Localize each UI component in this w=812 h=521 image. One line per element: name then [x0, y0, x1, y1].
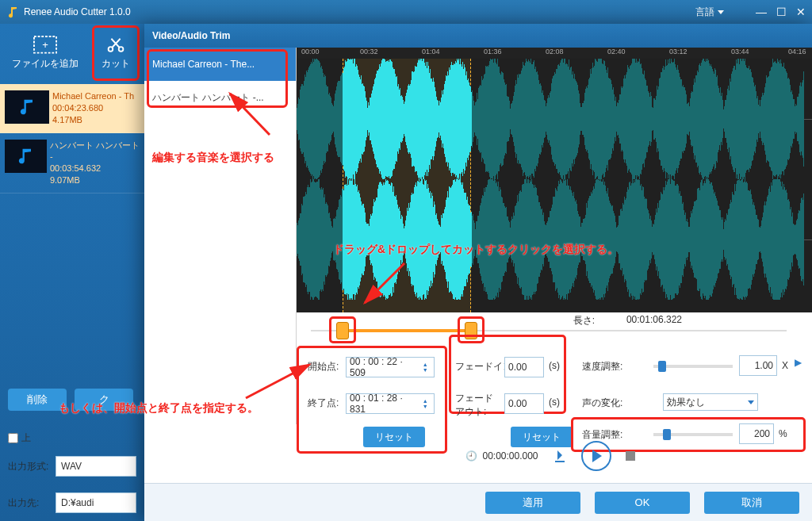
- delete-button[interactable]: 削除: [8, 389, 67, 411]
- voice-label: 声の変化:: [582, 396, 622, 410]
- filmstrip-plus-icon: +: [33, 36, 57, 55]
- ruler-tick: 01:36: [484, 48, 502, 56]
- cut-button[interactable]: カット: [92, 25, 140, 81]
- file-list: Michael Carreon - Th 00:04:23.680 4.17MB…: [0, 84, 144, 193]
- stop-button[interactable]: [626, 451, 635, 461]
- playback-bar: 🕘00:00:00.000: [297, 435, 804, 477]
- file-duration: 00:03:54.632: [50, 163, 140, 174]
- file-item[interactable]: Michael Carreon - Th 00:04:23.680 4.17MB: [0, 84, 144, 133]
- play-position: 00:00:00.000: [482, 450, 538, 462]
- file-name: Michael Carreon - Th: [52, 90, 134, 102]
- clock-icon: 🕘: [465, 450, 477, 462]
- file-thumb-icon: [5, 140, 47, 173]
- spin-up-icon[interactable]: ▲: [419, 362, 431, 367]
- ruler-tick: 01:04: [422, 48, 440, 56]
- file-size: 9.07MB: [50, 174, 140, 186]
- track-item[interactable]: ハンバート ハンバート -...: [144, 81, 296, 114]
- waveform-area[interactable]: 00:00 00:32 01:04 01:36 02:08 02:40 03:1…: [297, 48, 812, 312]
- ruler-tick: 00:00: [301, 48, 320, 56]
- mark-in-icon[interactable]: [553, 449, 567, 463]
- trim-handle-end[interactable]: [465, 322, 477, 339]
- time-ruler: 00:00 00:32 01:04 01:36 02:08 02:40 03:1…: [297, 48, 812, 59]
- ruler-tick: 00:32: [360, 48, 378, 56]
- spin-up-icon[interactable]: ▲: [419, 398, 431, 404]
- speed-play-icon[interactable]: ▶: [795, 357, 802, 368]
- track-list: Michael Carreon - The... ハンバート ハンバート -..…: [144, 48, 297, 424]
- ruler-tick: 04:16: [788, 48, 806, 56]
- spin-down-icon[interactable]: ▼: [419, 367, 431, 373]
- seconds-label: (s): [549, 360, 560, 371]
- ruler-tick: 03:12: [669, 48, 688, 56]
- output-dest-field[interactable]: D:¥audi: [56, 492, 136, 513]
- speed-value-input[interactable]: 1.00: [739, 355, 777, 376]
- output-dest-label: 出力先:: [8, 496, 56, 510]
- left-panel: + ファイルを追加 カット Michael Carreon - Th 00:04…: [0, 24, 144, 521]
- close-button[interactable]: ✕: [796, 6, 806, 18]
- language-label: 言語: [695, 6, 714, 19]
- dialog-buttons: 適用 OK 取消: [144, 483, 812, 521]
- cancel-button[interactable]: 取消: [704, 492, 799, 514]
- language-dropdown[interactable]: 言語: [695, 6, 724, 19]
- file-size: 4.17MB: [52, 114, 134, 126]
- length-value: 00:01:06.322: [626, 314, 682, 325]
- play-button[interactable]: [581, 441, 611, 471]
- minimize-button[interactable]: —: [756, 6, 767, 18]
- file-name: ハンバート ハンバート -: [50, 140, 140, 163]
- trim-title: Video/Audio Trim: [144, 24, 812, 48]
- chevron-down-icon: [718, 10, 724, 14]
- add-file-button[interactable]: + ファイルを追加: [0, 24, 90, 82]
- add-file-label: ファイルを追加: [12, 57, 79, 71]
- app-icon: [6, 6, 19, 18]
- end-time-input[interactable]: 00 : 01 : 28 · 831▲▼: [346, 393, 435, 414]
- speed-unit: X: [782, 360, 788, 371]
- trim-slider[interactable]: 長さ: 00:01:06.322: [297, 312, 801, 341]
- file-duration: 00:04:23.680: [52, 102, 134, 114]
- scissors-icon: [104, 36, 128, 55]
- chevron-down-icon: [748, 400, 754, 404]
- overwrite-checkbox[interactable]: [8, 433, 18, 443]
- speed-slider[interactable]: [653, 365, 733, 368]
- titlebar: Renee Audio Cutter 1.0.0 言語 — ☐ ✕: [0, 0, 812, 24]
- track-item-active[interactable]: Michael Carreon - The...: [144, 48, 296, 81]
- spin-down-icon[interactable]: ▼: [419, 404, 431, 409]
- end-label: 終了点:: [308, 396, 339, 410]
- length-label: 長さ:: [573, 314, 595, 328]
- start-label: 開始点:: [308, 360, 339, 374]
- clear-button[interactable]: ク: [75, 389, 133, 411]
- fadein-input[interactable]: 0.00: [504, 357, 544, 377]
- output-format-label: 出力形式:: [8, 460, 56, 473]
- maximize-button[interactable]: ☐: [776, 6, 787, 18]
- ruler-tick: 02:08: [546, 48, 564, 56]
- trim-panel: Video/Audio Trim Michael Carreon - The..…: [144, 24, 812, 521]
- cut-label: カット: [102, 57, 130, 71]
- start-time-input[interactable]: 00 : 00 : 22 · 509▲▼: [346, 357, 435, 377]
- fadeout-input[interactable]: 0.00: [504, 393, 544, 414]
- ruler-tick: 02:40: [607, 48, 626, 56]
- seconds-label: (s): [549, 396, 560, 408]
- controls-grid: 開始点: 00 : 00 : 22 · 509▲▼ 終了点: 00 : 01 :…: [297, 346, 804, 434]
- ok-button[interactable]: OK: [595, 492, 690, 514]
- file-thumb-icon: [5, 90, 49, 124]
- play-icon: [592, 450, 602, 462]
- apply-button[interactable]: 適用: [485, 492, 580, 514]
- app-title: Renee Audio Cutter 1.0.0: [24, 6, 695, 17]
- voice-select[interactable]: 効果なし: [663, 393, 758, 411]
- speed-label: 速度調整:: [582, 360, 622, 374]
- fadeout-label: フェードアウト:: [455, 392, 500, 419]
- output-format-select[interactable]: WAV: [56, 456, 136, 477]
- trim-handle-start[interactable]: [336, 322, 349, 339]
- svg-text:+: +: [42, 39, 48, 51]
- ruler-tick: 03:44: [731, 48, 749, 56]
- file-item[interactable]: ハンバート ハンバート - 00:03:54.632 9.07MB: [0, 133, 144, 193]
